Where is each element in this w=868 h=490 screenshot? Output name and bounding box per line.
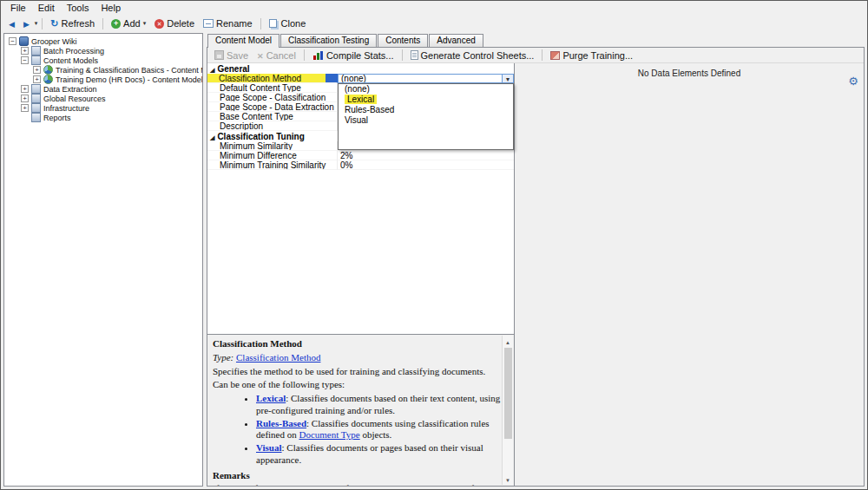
- classification-method-dropdown: (none) Lexical Rules-Based Visual: [338, 83, 514, 150]
- tree-item-content-models[interactable]: Content Models: [7, 56, 202, 65]
- delete-button[interactable]: Delete: [151, 17, 198, 29]
- property-editor-column: General Classification Method (none): [207, 63, 515, 486]
- dropdown-option-none[interactable]: (none): [339, 84, 513, 95]
- help-scrollbar[interactable]: [502, 336, 513, 485]
- tree-expander-icon[interactable]: [21, 104, 29, 112]
- right-panel: Content Model Classification Testing Con…: [207, 33, 865, 487]
- tree-item-training-demo-hr-docs[interactable]: Training Demo (HR Docs) - Content Model: [7, 75, 202, 84]
- cancel-icon: [257, 50, 264, 61]
- menu-tools[interactable]: Tools: [61, 2, 95, 14]
- back-button[interactable]: [5, 17, 18, 29]
- content-model-icon: [43, 75, 53, 84]
- dropdown-option-lexical[interactable]: Lexical: [339, 95, 513, 105]
- menu-edit[interactable]: Edit: [32, 2, 61, 14]
- clone-icon: [269, 19, 277, 28]
- help-bullet-rules-based: Rules-Based: Classifies documents using …: [256, 418, 501, 442]
- toolbar-separator: [402, 49, 403, 61]
- tree-expander-spacer: [21, 114, 29, 121]
- visual-link[interactable]: Visual: [256, 442, 282, 453]
- lexical-link[interactable]: Lexical: [256, 393, 286, 403]
- type-link[interactable]: Classification Method: [236, 352, 320, 363]
- data-elements-panel: No Data Elements Defined: [515, 63, 864, 486]
- tab-contents[interactable]: Contents: [378, 34, 428, 47]
- tree-expander-icon[interactable]: [21, 56, 29, 64]
- tree-expander-icon[interactable]: [33, 75, 41, 83]
- toolbar-separator: [304, 49, 305, 61]
- compile-stats-button[interactable]: Compile Stats...: [309, 49, 398, 62]
- refresh-button[interactable]: Refresh: [47, 17, 98, 30]
- document-type-link[interactable]: Document Type: [299, 429, 359, 440]
- tree-item-reports[interactable]: Reports: [7, 113, 202, 122]
- main-toolbar: ▾ Refresh Add ▾ Delete Rename Clone: [1, 15, 867, 32]
- infrastructure-icon: [31, 103, 41, 113]
- scrollbar-thumb[interactable]: [504, 348, 512, 439]
- main-area: Grooper Wiki Batch Processing Content Mo…: [1, 32, 867, 489]
- tab-content-area: Save Cancel Compile Stats... Generate: [207, 47, 865, 487]
- toolbar-separator: [42, 18, 43, 29]
- forward-button[interactable]: [20, 17, 33, 29]
- tree-item-infrastructure[interactable]: Infrastructure: [7, 103, 202, 113]
- dropdown-option-rules-based[interactable]: Rules-Based: [339, 105, 513, 115]
- menu-file[interactable]: File: [4, 2, 32, 14]
- tree-item-grooper-wiki[interactable]: Grooper Wiki: [7, 36, 202, 46]
- property-row-classification-method[interactable]: Classification Method (none): [207, 74, 514, 83]
- scroll-down-button[interactable]: [503, 474, 514, 485]
- menu-help[interactable]: Help: [95, 2, 127, 14]
- grooper-window: File Edit Tools Help ▾ Refresh Add ▾ Del…: [0, 0, 868, 490]
- content-models-icon: [31, 56, 41, 65]
- gear-icon[interactable]: [848, 75, 858, 87]
- tree-expander-icon[interactable]: [21, 95, 29, 102]
- property-help-panel: Classification Method Type: Classificati…: [207, 334, 514, 486]
- tab-strip: Content Model Classification Testing Con…: [207, 33, 865, 47]
- tree-item-training-classification-basics[interactable]: Training & Classification Basics - Conte…: [7, 65, 202, 75]
- forward-arrow-icon: [23, 18, 30, 29]
- rename-icon: [203, 19, 214, 28]
- tree-expander-icon[interactable]: [21, 85, 29, 93]
- tree-expander-icon[interactable]: [9, 37, 16, 45]
- no-data-message: No Data Elements Defined: [515, 69, 864, 78]
- toolbar-separator: [260, 18, 261, 29]
- collapse-arrow-icon: [210, 64, 214, 74]
- tree-item-global-resources[interactable]: Global Resources: [7, 94, 202, 103]
- combo-dropdown-button[interactable]: [502, 75, 513, 82]
- navigation-tree: Grooper Wiki Batch Processing Content Mo…: [3, 33, 203, 487]
- help-bullet-visual: Visual: Classifies documents or pages ba…: [256, 442, 501, 467]
- tree-expander-icon[interactable]: [33, 66, 41, 74]
- add-button[interactable]: Add ▾: [108, 17, 149, 29]
- classification-method-combo[interactable]: (none): [338, 74, 514, 83]
- tab-classification-testing[interactable]: Classification Testing: [280, 34, 377, 47]
- property-row-minimum-difference[interactable]: Minimum Difference 2%: [207, 151, 514, 160]
- refresh-icon: [50, 18, 58, 29]
- generate-control-sheets-button[interactable]: Generate Control Sheets...: [407, 49, 538, 62]
- cancel-button[interactable]: Cancel: [253, 49, 299, 62]
- toolbar-separator: [102, 18, 103, 29]
- help-content: Classification Method Type: Classificati…: [213, 336, 501, 486]
- grooper-root-icon: [19, 36, 29, 46]
- clone-button[interactable]: Clone: [266, 17, 310, 29]
- history-dropdown-icon[interactable]: ▾: [35, 20, 38, 27]
- help-bullet-list: Lexical: Classifies documents based on t…: [256, 393, 501, 467]
- batch-processing-icon: [31, 46, 41, 56]
- toolbar-separator: [542, 49, 542, 61]
- tree-expander-icon[interactable]: [21, 47, 29, 55]
- category-general[interactable]: General: [207, 63, 514, 74]
- property-toolbar: Save Cancel Compile Stats... Generate: [207, 48, 864, 63]
- rename-button[interactable]: Rename: [200, 17, 256, 29]
- help-bullet-lexical: Lexical: Classifies documents based on t…: [256, 393, 501, 417]
- data-extraction-icon: [31, 84, 41, 94]
- scroll-up-button[interactable]: [503, 336, 514, 347]
- save-button[interactable]: Save: [211, 49, 252, 62]
- save-icon: [214, 50, 224, 60]
- tree-item-batch-processing[interactable]: Batch Processing: [7, 46, 202, 56]
- rules-based-link[interactable]: Rules-Based: [256, 418, 306, 428]
- property-grid: General Classification Method (none): [207, 63, 514, 334]
- tree-item-data-extraction[interactable]: Data Extraction: [7, 84, 202, 94]
- purge-training-button[interactable]: Purge Training...: [547, 49, 636, 62]
- property-row-minimum-training-similarity[interactable]: Minimum Training Similarity 0%: [207, 160, 514, 170]
- global-resources-icon: [31, 94, 41, 103]
- dropdown-option-visual[interactable]: Visual: [339, 115, 513, 126]
- tab-advanced[interactable]: Advanced: [429, 34, 483, 47]
- delete-icon: [155, 19, 164, 29]
- tab-content-model[interactable]: Content Model: [207, 34, 279, 48]
- help-summary: Specifies the method to be used for trai…: [213, 366, 501, 378]
